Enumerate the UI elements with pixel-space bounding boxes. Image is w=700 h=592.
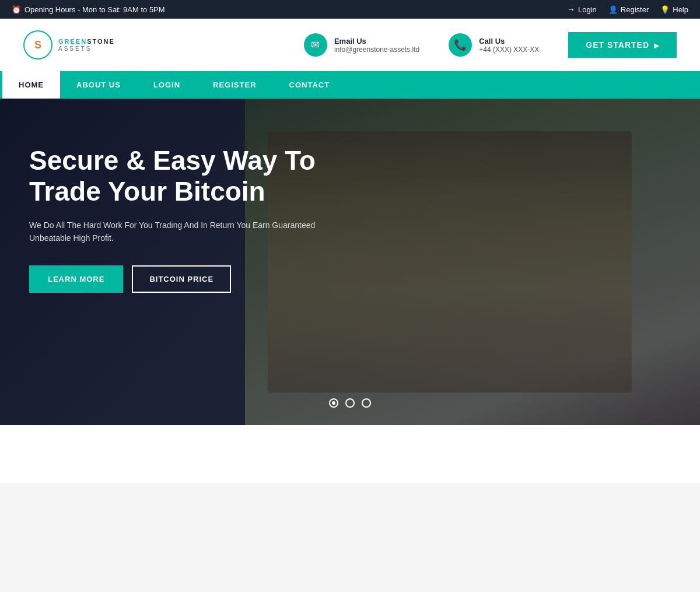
email-icon [311,38,320,51]
header: S GREENSTONE ASSETS Email Us info@greens… [0,19,700,71]
get-started-label: GET STARTED [586,40,649,50]
login-label: Login [578,5,597,14]
header-contact: Email Us info@greenstone-assets.ltd Call… [304,32,677,58]
brand-sub: ASSETS [58,45,115,52]
logo-area: S GREENSTONE ASSETS [23,30,115,59]
email-icon-circle [304,33,327,57]
hero-subtitle: We Do All The Hard Work For You Trading … [29,219,356,245]
register-label: Register [621,5,649,14]
help-link[interactable]: Help [660,5,688,14]
hero-buttons: LEARN MORE BITCOIN PRICE [29,265,379,293]
top-bar: Opening Hours - Mon to Sat: 9AM to 5PM L… [0,0,700,19]
hero-title: Secure & Easy Way To Trade Your Bitcoin [29,145,379,207]
nav-item-contact[interactable]: CONTACT [273,71,346,99]
learn-more-button[interactable]: LEARN MORE [29,265,123,293]
bitcoin-price-button[interactable]: BITCOIN PRICE [132,265,231,293]
hero-section: Secure & Easy Way To Trade Your Bitcoin … [0,99,700,425]
clock-icon [12,5,21,14]
email-value: info@greenstone-assets.ltd [334,45,419,54]
logo-circle: S [23,30,52,59]
nav-item-register[interactable]: REGISTER [197,71,272,99]
carousel-dot-1[interactable] [329,398,338,408]
email-info: Email Us info@greenstone-assets.ltd [334,37,419,54]
register-icon [608,5,618,14]
register-link[interactable]: Register [608,5,649,14]
phone-icon-circle [449,33,472,57]
login-link[interactable]: Login [567,5,597,14]
carousel-dot-2[interactable] [345,398,355,408]
below-hero-section [0,425,700,484]
opening-hours-text: Opening Hours - Mon to Sat: 9AM to 5PM [24,5,165,14]
phone-icon [454,38,467,51]
brand-name: GREENSTONE [58,38,115,45]
phone-value: +44 (XXX) XXX-XX [479,45,539,54]
login-icon [567,5,575,14]
arrow-icon [654,40,659,50]
top-bar-actions: Login Register Help [567,5,688,14]
help-label: Help [673,5,688,14]
phone-label: Call Us [479,37,539,45]
carousel-dot-3[interactable] [362,398,371,408]
help-icon [660,5,670,14]
navigation: HOME ABOUT US LOGIN REGISTER CONTACT [0,71,700,99]
logo-symbol: S [34,39,41,51]
hero-content: Secure & Easy Way To Trade Your Bitcoin … [0,99,408,339]
nav-item-about[interactable]: ABOUT US [60,71,137,99]
get-started-button[interactable]: GET STARTED [568,32,677,58]
email-label: Email Us [334,37,419,45]
phone-info: Call Us +44 (XXX) XXX-XX [479,37,539,54]
phone-contact: Call Us +44 (XXX) XXX-XX [449,33,539,57]
email-contact: Email Us info@greenstone-assets.ltd [304,33,419,57]
logo-text: GREENSTONE ASSETS [58,38,115,51]
nav-item-login[interactable]: LOGIN [137,71,197,99]
opening-hours-area: Opening Hours - Mon to Sat: 9AM to 5PM [12,5,165,14]
brand-accent: GREEN [58,38,87,45]
carousel-dots [329,398,371,408]
nav-item-home[interactable]: HOME [0,71,60,99]
